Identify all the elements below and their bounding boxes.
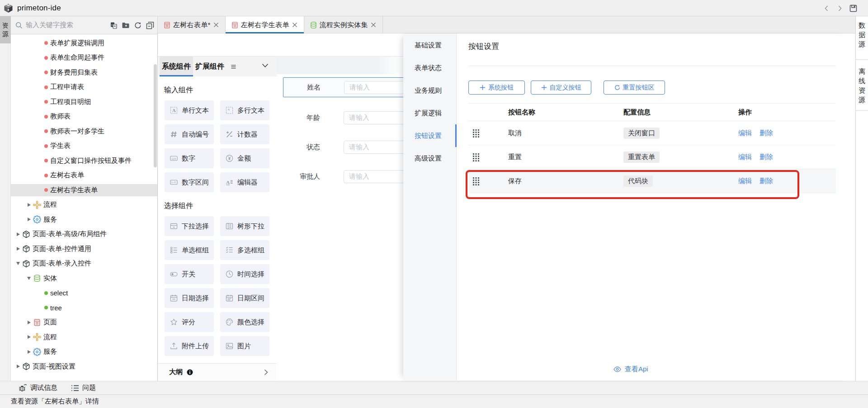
text-input[interactable]: 请输入 xyxy=(344,81,403,94)
form-field[interactable]: 状态 请输入 xyxy=(283,137,403,157)
view-api-link[interactable]: 查看Api xyxy=(613,365,648,374)
palette-tab-extension[interactable]: 扩展组件 xyxy=(193,57,226,76)
tree-item[interactable]: 表单扩展逻辑调用 xyxy=(11,36,157,51)
palette-tab-system[interactable]: 系统组件 xyxy=(160,57,193,76)
close-icon[interactable] xyxy=(292,22,297,28)
collapse-all-icon[interactable] xyxy=(146,21,154,29)
settings-nav-item[interactable]: 业务规则 xyxy=(403,79,456,102)
tree-item[interactable]: 流程 xyxy=(11,198,157,213)
palette-item-editor[interactable]: A编辑器 xyxy=(220,172,269,192)
delete-link[interactable]: 删除 xyxy=(760,129,773,138)
table-row-highlighted[interactable]: 保存 代码块 编辑删除 xyxy=(468,169,836,193)
chevron-right-icon[interactable] xyxy=(14,365,22,368)
refresh-icon[interactable] xyxy=(134,21,142,29)
palette-item-rate[interactable]: 评分 xyxy=(165,312,214,332)
palette-item-single-text[interactable]: A单行文本 xyxy=(165,100,214,120)
chevron-right-icon[interactable] xyxy=(14,232,22,236)
palette-item-time-picker[interactable]: 时间选择 xyxy=(220,264,269,284)
locate-resource-icon[interactable]: in xyxy=(109,21,118,29)
chevron-down-icon[interactable] xyxy=(262,63,269,68)
tree-item[interactable]: 服务 xyxy=(11,212,157,227)
tree-item[interactable]: 页面-表单-录入控件 xyxy=(11,256,157,271)
chevron-right-icon[interactable] xyxy=(14,247,22,251)
tree-item[interactable]: 左树右表单 xyxy=(11,168,157,183)
new-folder-icon[interactable] xyxy=(122,21,130,29)
tree-item[interactable]: select xyxy=(11,286,157,301)
add-custom-button[interactable]: 自定义按钮 xyxy=(531,81,591,95)
editor-tab-active[interactable]: 左树右学生表单 xyxy=(226,16,304,33)
chevron-down-icon[interactable] xyxy=(14,262,22,265)
chevron-right-icon[interactable] xyxy=(25,335,33,339)
text-input[interactable]: 请输入 xyxy=(344,111,403,124)
palette-item-multi-text[interactable]: A多行文本 xyxy=(220,100,269,120)
palette-item-tree-select[interactable]: 树形下拉 xyxy=(220,216,269,236)
drag-handle-icon[interactable] xyxy=(468,129,508,138)
settings-nav-item[interactable]: 扩展逻辑 xyxy=(403,102,456,124)
delete-link[interactable]: 删除 xyxy=(760,153,773,161)
close-icon[interactable] xyxy=(371,22,376,28)
tree-item[interactable]: tree xyxy=(11,300,157,315)
nav-back-icon[interactable] xyxy=(823,5,830,12)
palette-item-auto-number[interactable]: 自动编号 xyxy=(165,124,214,144)
close-icon[interactable] xyxy=(213,22,219,28)
settings-nav-item[interactable]: 基础设置 xyxy=(403,34,456,57)
problems-button[interactable]: 问题 xyxy=(71,384,96,392)
dock-tab-offline[interactable]: 离线资源 xyxy=(856,60,868,110)
tree-item[interactable]: 财务费用归集表 xyxy=(11,65,157,80)
chevron-down-icon[interactable] xyxy=(25,277,33,280)
palette-item-radio-group[interactable]: 单选框组 xyxy=(165,240,214,260)
palette-item-date-range[interactable]: 日期区间 xyxy=(220,288,269,308)
menu-icon[interactable] xyxy=(231,65,236,69)
form-field-selected[interactable]: 姓名 请输入 xyxy=(283,77,403,97)
nav-forward-icon[interactable] xyxy=(836,5,843,12)
tree-item[interactable]: 流程 xyxy=(11,330,157,345)
tree-item[interactable]: 表单生命周起事件 xyxy=(11,51,157,66)
chevron-right-icon[interactable] xyxy=(25,321,33,324)
palette-item-upload[interactable]: 附件上传 xyxy=(165,336,214,356)
tree-item[interactable]: 页面 xyxy=(11,315,157,330)
settings-nav-item-active[interactable]: 按钮设置 xyxy=(403,124,456,147)
table-row[interactable]: 取消 关闭窗口 编辑删除 xyxy=(468,121,836,145)
tree-item[interactable]: 实体 xyxy=(11,271,157,286)
delete-link[interactable]: 删除 xyxy=(760,177,773,185)
edit-link[interactable]: 编辑 xyxy=(738,153,752,161)
chevron-right-icon[interactable] xyxy=(25,350,33,354)
tree-scrollbar[interactable] xyxy=(154,64,157,167)
tree-item[interactable]: 页面-表单-控件通用 xyxy=(11,242,157,256)
search-input[interactable]: 输入关键字搜索 xyxy=(26,21,109,29)
drag-handle-icon[interactable] xyxy=(468,153,508,161)
palette-item-color-picker[interactable]: 颜色选择 xyxy=(220,312,269,332)
palette-item-checkbox-group[interactable]: 多选框组 xyxy=(220,240,269,260)
settings-nav-item[interactable]: 表单状态 xyxy=(403,57,456,79)
palette-item-select[interactable]: 下拉选择 xyxy=(165,216,214,236)
tree-item[interactable]: 左树右学生表单 xyxy=(11,183,157,198)
form-field[interactable]: 年龄 请输入 xyxy=(283,108,403,128)
table-row[interactable]: 重置 重置表单 编辑删除 xyxy=(468,145,836,169)
palette-item-number-range[interactable]: 1~3数字区间 xyxy=(165,172,214,192)
add-system-button[interactable]: 系统按钮 xyxy=(468,81,525,95)
palette-item-number[interactable]: 123数字 xyxy=(165,148,214,168)
drag-handle-icon[interactable] xyxy=(468,177,508,185)
tree-item[interactable]: 学生表 xyxy=(11,139,157,154)
text-input[interactable]: 请输入 xyxy=(344,141,403,154)
palette-item-amount[interactable]: 金额 xyxy=(220,148,269,168)
palette-item-date-picker[interactable]: 日期选择 xyxy=(165,288,214,308)
outline-bar[interactable]: 大纲 xyxy=(158,363,276,380)
editor-tab[interactable]: 左树右表单* xyxy=(157,16,226,33)
form-field[interactable]: 审批人 请输入 xyxy=(283,166,403,186)
tree-item[interactable]: 工程申请表 xyxy=(11,80,157,95)
dock-tab-resource[interactable]: 资源 xyxy=(0,16,11,43)
tree-item[interactable]: 页面-视图设置 xyxy=(11,359,157,374)
text-input[interactable]: 请输入 xyxy=(344,170,403,183)
reset-button-area-button[interactable]: 重置按钮区 xyxy=(604,81,665,95)
tree-item[interactable]: 教师表一对多学生 xyxy=(11,124,157,139)
tree-item[interactable]: 自定义窗口操作按钮及事件 xyxy=(11,153,157,168)
settings-nav-item[interactable]: 高级设置 xyxy=(403,147,456,170)
chevron-right-icon[interactable] xyxy=(25,218,33,221)
edit-link[interactable]: 编辑 xyxy=(738,177,752,185)
dock-tab-datasource[interactable]: 数据源 xyxy=(856,16,868,59)
chevron-right-icon[interactable] xyxy=(25,203,33,207)
tree-item[interactable]: 工程项目明细 xyxy=(11,95,157,109)
palette-item-switch[interactable]: 开关 xyxy=(165,264,214,284)
edit-link[interactable]: 编辑 xyxy=(738,129,752,138)
